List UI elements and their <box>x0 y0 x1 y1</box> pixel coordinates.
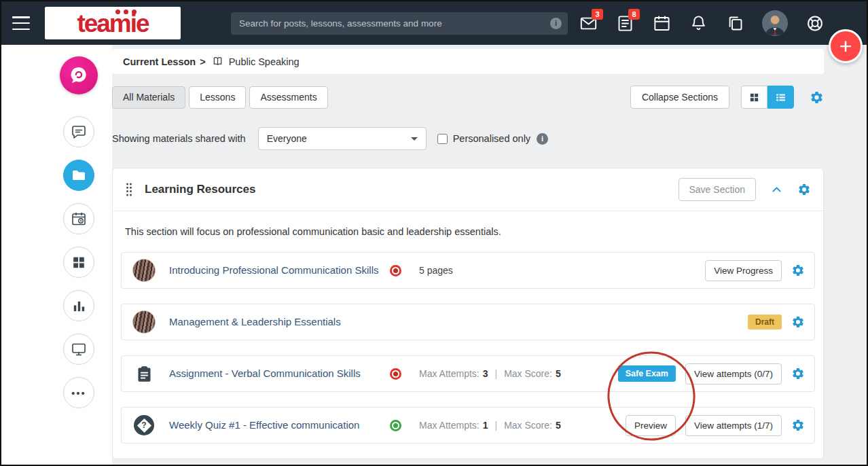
section-header: Learning Resources Save Section <box>113 168 823 211</box>
quiz-question-icon: ? <box>132 415 156 435</box>
help-buoy-icon[interactable] <box>806 14 825 33</box>
materials-list: Introducing Professional Communication S… <box>113 249 823 444</box>
max-score-label: Max Score: <box>504 420 552 431</box>
material-row-quiz: ? Weekly Quiz #1 - Effective communicati… <box>121 407 815 444</box>
lesson-thumbnail <box>132 310 156 334</box>
attempts-score-meta: Max Attempts: 3 | Max Score: 5 <box>419 368 561 379</box>
view-controls: Collapse Sections <box>630 86 824 109</box>
meta-separator: | <box>495 368 498 379</box>
personalised-info-icon[interactable]: i <box>537 133 548 145</box>
max-score-label: Max Score: <box>504 368 552 379</box>
chevron-down-icon <box>411 137 418 141</box>
material-settings-gear-icon[interactable] <box>791 367 805 380</box>
material-actions: Preview View attempts (1/7) <box>626 415 805 436</box>
view-attempts-button[interactable]: View attempts (1/7) <box>685 415 782 436</box>
resources-copy-icon[interactable] <box>725 14 744 33</box>
app-window: teamie i 3 8 <box>0 0 868 466</box>
breadcrumb: Current Lesson > Public Speaking <box>112 49 824 74</box>
material-settings-gear-icon[interactable] <box>791 264 805 277</box>
view-progress-button[interactable]: View Progress <box>705 260 782 281</box>
personalised-only-checkbox[interactable] <box>437 134 448 144</box>
material-meta: Max Attempts: 1 | Max Score: 5 <box>390 420 561 431</box>
attempts-score-meta: Max Attempts: 1 | Max Score: 5 <box>419 420 561 431</box>
search-info-icon[interactable]: i <box>550 18 562 29</box>
user-avatar[interactable] <box>762 10 788 36</box>
section-description: This section will focus on professional … <box>113 211 823 249</box>
topbar-icons: 3 8 <box>579 10 825 36</box>
logo-dots <box>115 10 137 14</box>
more-ellipsis-icon: ••• <box>71 388 86 398</box>
collapse-sections-button[interactable]: Collapse Sections <box>630 86 729 109</box>
max-attempts-label: Max Attempts: <box>419 420 480 431</box>
sidebar-item-more[interactable]: ••• <box>63 377 94 408</box>
breadcrumb-separator: > <box>200 56 205 67</box>
pages-count: 5 pages <box>419 265 453 276</box>
material-title-link[interactable]: Management & Leadership Essentials <box>169 315 390 329</box>
sidebar-item-classroom[interactable] <box>63 334 94 365</box>
assessments-icon[interactable]: 8 <box>615 14 634 33</box>
view-toggle <box>741 86 794 109</box>
section-title: Learning Resources <box>145 183 255 196</box>
add-button[interactable]: + <box>829 29 863 63</box>
main-content: Current Lesson > Public Speaking All Mat… <box>112 45 824 465</box>
tab-all-materials[interactable]: All Materials <box>112 86 185 109</box>
sidebar-item-dashboard[interactable] <box>63 247 94 278</box>
status-record-icon <box>390 420 401 431</box>
max-score-value: 5 <box>556 420 561 431</box>
messages-badge: 3 <box>592 9 603 20</box>
messages-icon[interactable]: 3 <box>579 14 598 33</box>
lesson-thumbnail <box>132 259 156 282</box>
material-actions: View Progress <box>705 260 805 281</box>
assignment-clipboard-icon <box>132 365 156 383</box>
sidebar-item-discussions[interactable] <box>63 116 94 147</box>
shared-with-value: Everyone <box>267 133 307 144</box>
notifications-bell-icon[interactable] <box>689 14 708 33</box>
material-settings-gear-icon[interactable] <box>791 418 805 432</box>
search-input[interactable] <box>231 18 550 29</box>
sidebar-item-stats[interactable] <box>63 290 94 321</box>
book-icon <box>211 55 224 68</box>
drag-handle-icon[interactable] <box>125 181 133 198</box>
view-attempts-button[interactable]: View attempts (0/7) <box>685 363 782 384</box>
teamie-bubble-icon[interactable] <box>60 56 98 94</box>
calendar-icon[interactable] <box>652 14 671 33</box>
sidebar-item-schedule[interactable] <box>63 203 94 234</box>
shared-with-label: Showing materials shared with <box>112 133 246 144</box>
material-actions: Draft <box>748 315 805 329</box>
shared-with-dropdown[interactable]: Everyone <box>258 127 427 150</box>
breadcrumb-current-lesson[interactable]: Current Lesson <box>123 56 196 67</box>
save-section-button[interactable]: Save Section <box>679 178 757 201</box>
status-record-icon <box>390 368 401 380</box>
section-settings-gear-icon[interactable] <box>797 183 811 196</box>
topbar: teamie i 3 8 <box>1 1 867 45</box>
menu-icon[interactable] <box>12 16 30 30</box>
material-title-link[interactable]: Introducing Professional Communication S… <box>169 263 390 278</box>
draft-status-badge: Draft <box>748 315 782 329</box>
safe-exam-badge: Safe Exam <box>618 365 676 382</box>
max-score-value: 5 <box>556 368 561 379</box>
list-view-button[interactable] <box>767 86 794 109</box>
material-meta: 5 pages <box>390 265 453 276</box>
sidebar-item-materials[interactable] <box>63 160 94 191</box>
tab-assessments[interactable]: Assessments <box>249 86 327 109</box>
section-header-actions: Save Section <box>679 178 812 201</box>
preview-button[interactable]: Preview <box>626 415 676 436</box>
material-row-lesson-2: Management & Leadership Essentials Draft <box>121 304 815 340</box>
status-record-icon <box>390 265 401 276</box>
collapse-chevron-up-icon[interactable] <box>771 184 782 196</box>
meta-separator: | <box>495 420 498 431</box>
global-search: i <box>231 12 568 35</box>
material-row-lesson-1: Introducing Professional Communication S… <box>121 252 815 289</box>
teamie-logo[interactable]: teamie <box>45 7 181 39</box>
page-settings-gear-icon[interactable] <box>810 90 824 105</box>
material-settings-gear-icon[interactable] <box>791 315 805 329</box>
section-learning-resources: Learning Resources Save Section This sec… <box>112 168 824 459</box>
grid-view-button[interactable] <box>741 86 767 109</box>
material-title-link[interactable]: Assignment - Verbal Communication Skills <box>169 366 390 381</box>
tab-lessons[interactable]: Lessons <box>189 86 246 109</box>
material-meta: Max Attempts: 3 | Max Score: 5 <box>390 368 561 380</box>
max-attempts-label: Max Attempts: <box>419 368 480 379</box>
material-title-link[interactable]: Weekly Quiz #1 - Effective communication <box>169 418 390 433</box>
max-attempts-value: 3 <box>483 368 488 379</box>
tabs-row: All Materials Lessons Assessments Collap… <box>112 86 824 109</box>
